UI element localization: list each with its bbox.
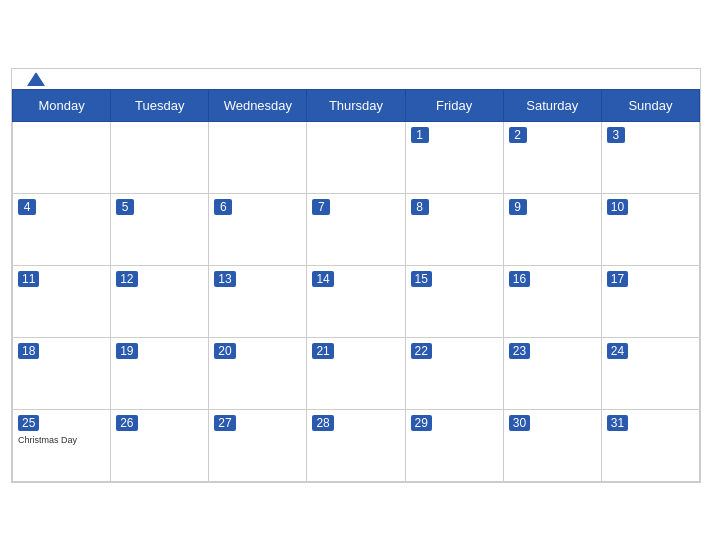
calendar-cell: 26 [111, 409, 209, 481]
day-number: 9 [509, 199, 527, 215]
calendar-cell: 22 [405, 337, 503, 409]
calendar-cell: 24 [601, 337, 699, 409]
calendar-cell: 1 [405, 121, 503, 193]
day-number: 23 [509, 343, 530, 359]
logo-icon [27, 72, 45, 86]
weekday-header-sunday: Sunday [601, 89, 699, 121]
day-number: 8 [411, 199, 429, 215]
calendar-cell: 17 [601, 265, 699, 337]
day-number: 29 [411, 415, 432, 431]
calendar-cell: 28 [307, 409, 405, 481]
calendar-cell: 8 [405, 193, 503, 265]
calendar-cell: 13 [209, 265, 307, 337]
weekday-header-tuesday: Tuesday [111, 89, 209, 121]
calendar-cell: 18 [13, 337, 111, 409]
day-number: 1 [411, 127, 429, 143]
week-row-4: 18192021222324 [13, 337, 700, 409]
calendar-cell: 31 [601, 409, 699, 481]
day-number: 21 [312, 343, 333, 359]
day-number: 14 [312, 271, 333, 287]
day-number: 31 [607, 415, 628, 431]
calendar-cell: 5 [111, 193, 209, 265]
day-number: 7 [312, 199, 330, 215]
day-number: 12 [116, 271, 137, 287]
week-row-3: 11121314151617 [13, 265, 700, 337]
calendar-cell: 10 [601, 193, 699, 265]
day-number: 17 [607, 271, 628, 287]
calendar-cell: 7 [307, 193, 405, 265]
calendar-cell: 6 [209, 193, 307, 265]
day-number: 3 [607, 127, 625, 143]
weekday-header-friday: Friday [405, 89, 503, 121]
calendar-cell: 30 [503, 409, 601, 481]
calendar-cell: 25Christmas Day [13, 409, 111, 481]
holiday-label: Christmas Day [18, 435, 105, 445]
day-number: 6 [214, 199, 232, 215]
weekday-header-monday: Monday [13, 89, 111, 121]
calendar-cell: 9 [503, 193, 601, 265]
week-row-2: 45678910 [13, 193, 700, 265]
weekday-header-thursday: Thursday [307, 89, 405, 121]
day-number: 27 [214, 415, 235, 431]
calendar-cell: 2 [503, 121, 601, 193]
week-row-5: 25Christmas Day262728293031 [13, 409, 700, 481]
calendar-cell: 21 [307, 337, 405, 409]
day-number: 11 [18, 271, 39, 287]
calendar-cell: 3 [601, 121, 699, 193]
day-number: 4 [18, 199, 36, 215]
calendar-cell: 19 [111, 337, 209, 409]
calendar-cell: 23 [503, 337, 601, 409]
day-number: 15 [411, 271, 432, 287]
calendar-cell: 4 [13, 193, 111, 265]
weekday-header-row: MondayTuesdayWednesdayThursdayFridaySatu… [13, 89, 700, 121]
calendar-cell: 27 [209, 409, 307, 481]
day-number: 22 [411, 343, 432, 359]
day-number: 25 [18, 415, 39, 431]
calendar-cell: 20 [209, 337, 307, 409]
calendar-cell [13, 121, 111, 193]
calendar-cell: 29 [405, 409, 503, 481]
day-number: 2 [509, 127, 527, 143]
day-number: 10 [607, 199, 628, 215]
calendar-cell: 15 [405, 265, 503, 337]
calendar-cell [209, 121, 307, 193]
day-number: 28 [312, 415, 333, 431]
weekday-header-wednesday: Wednesday [209, 89, 307, 121]
calendar-cell: 14 [307, 265, 405, 337]
day-number: 24 [607, 343, 628, 359]
day-number: 30 [509, 415, 530, 431]
day-number: 18 [18, 343, 39, 359]
calendar-cell [111, 121, 209, 193]
calendar-header [12, 69, 700, 89]
calendar-container: MondayTuesdayWednesdayThursdayFridaySatu… [11, 68, 701, 483]
week-row-1: 123 [13, 121, 700, 193]
day-number: 16 [509, 271, 530, 287]
day-number: 19 [116, 343, 137, 359]
logo-area [27, 71, 45, 86]
day-number: 13 [214, 271, 235, 287]
day-number: 26 [116, 415, 137, 431]
day-number: 5 [116, 199, 134, 215]
calendar-cell: 12 [111, 265, 209, 337]
day-number: 20 [214, 343, 235, 359]
calendar-cell: 16 [503, 265, 601, 337]
calendar-cell: 11 [13, 265, 111, 337]
calendar-cell [307, 121, 405, 193]
calendar-grid: MondayTuesdayWednesdayThursdayFridaySatu… [12, 89, 700, 482]
weekday-header-saturday: Saturday [503, 89, 601, 121]
